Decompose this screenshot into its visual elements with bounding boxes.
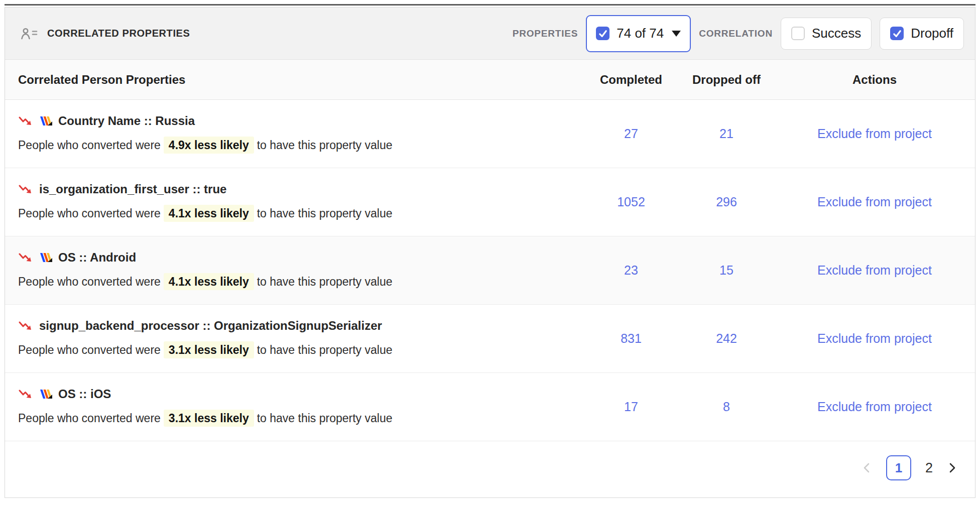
- col-header-completed: Completed: [583, 73, 679, 87]
- select-all-checkbox: [596, 27, 609, 40]
- completed-count[interactable]: 831: [583, 331, 679, 346]
- property-cell: Country Name :: Russia People who conver…: [5, 100, 583, 168]
- actions-cell: Exclude from project: [774, 331, 975, 346]
- actions-cell: Exclude from project: [774, 400, 975, 414]
- exclude-from-project-link[interactable]: Exclude from project: [774, 195, 975, 209]
- table-row: OS :: iOS People who converted were3.1x …: [5, 373, 975, 441]
- top-divider: [5, 4, 975, 6]
- description-prefix: People who converted were: [18, 207, 161, 220]
- description-suffix: to have this property value: [257, 412, 393, 425]
- correlation-label: CORRELATION: [699, 28, 773, 39]
- card-title: CORRELATED PROPERTIES: [47, 28, 190, 39]
- posthog-logo-icon: [39, 389, 53, 400]
- multiplier-highlight: 4.1x less likely: [164, 205, 254, 222]
- card-toolbar: CORRELATED PROPERTIES PROPERTIES 74 of 7…: [5, 8, 975, 60]
- properties-label: PROPERTIES: [513, 28, 578, 39]
- table-row: is_organization_first_user :: true Peopl…: [5, 168, 975, 236]
- table-header-row: Correlated Person Properties Completed D…: [5, 60, 975, 100]
- actions-cell: Exclude from project: [774, 195, 975, 209]
- property-name: OS :: iOS: [58, 387, 111, 401]
- property-name: Country Name :: Russia: [58, 114, 195, 128]
- trend-down-icon: [18, 320, 34, 332]
- toolbar-controls: PROPERTIES 74 of 74 CORRELATION Success: [513, 15, 964, 52]
- trend-down-icon: [18, 184, 34, 195]
- caret-down-icon: [672, 31, 681, 37]
- filter-dropoff-toggle[interactable]: Dropoff: [880, 18, 964, 50]
- property-cell: OS :: iOS People who converted were3.1x …: [5, 373, 583, 441]
- table-row: signup_backend_processor :: Organization…: [5, 305, 975, 373]
- property-description: People who converted were3.1x less likel…: [18, 341, 573, 358]
- pagination: 1 2: [5, 441, 975, 497]
- exclude-from-project-link[interactable]: Exclude from project: [774, 331, 975, 346]
- properties-count-value: 74 of 74: [617, 26, 664, 41]
- description-suffix: to have this property value: [257, 343, 393, 356]
- dropped-count[interactable]: 242: [679, 331, 774, 346]
- dropoff-checkbox: [890, 27, 904, 40]
- multiplier-highlight: 3.1x less likely: [164, 341, 254, 358]
- property-name: signup_backend_processor :: Organization…: [39, 319, 382, 333]
- description-prefix: People who converted were: [18, 139, 161, 152]
- correlated-properties-card: CORRELATED PROPERTIES PROPERTIES 74 of 7…: [5, 7, 975, 498]
- exclude-from-project-link[interactable]: Exclude from project: [774, 127, 975, 141]
- trend-down-icon: [18, 389, 34, 400]
- page-next-button[interactable]: [947, 461, 958, 474]
- description-prefix: People who converted were: [18, 275, 161, 288]
- completed-count[interactable]: 17: [583, 400, 679, 414]
- completed-count[interactable]: 1052: [583, 195, 679, 209]
- description-suffix: to have this property value: [257, 275, 393, 288]
- description-prefix: People who converted were: [18, 343, 161, 356]
- col-header-actions: Actions: [774, 73, 975, 87]
- property-name: is_organization_first_user :: true: [39, 182, 226, 196]
- property-description: People who converted were3.1x less likel…: [18, 410, 573, 427]
- dropped-count[interactable]: 21: [679, 127, 774, 141]
- col-header-property: Correlated Person Properties: [5, 73, 583, 87]
- description-suffix: to have this property value: [257, 139, 393, 152]
- page-prev-button[interactable]: [861, 461, 872, 474]
- dropoff-toggle-label: Dropoff: [911, 26, 953, 41]
- property-name: OS :: Android: [58, 250, 136, 265]
- success-checkbox: [791, 27, 805, 40]
- multiplier-highlight: 3.1x less likely: [164, 410, 254, 427]
- col-header-dropped: Dropped off: [679, 73, 774, 87]
- dropped-count[interactable]: 8: [679, 400, 774, 414]
- property-cell: signup_backend_processor :: Organization…: [5, 305, 583, 372]
- actions-cell: Exclude from project: [774, 127, 975, 141]
- page-button-2[interactable]: 2: [925, 460, 933, 476]
- actions-cell: Exclude from project: [774, 263, 975, 278]
- completed-count[interactable]: 23: [583, 263, 679, 278]
- correlation-analysis-panel: CORRELATED PROPERTIES PROPERTIES 74 of 7…: [0, 0, 980, 505]
- page-button-1[interactable]: 1: [886, 455, 911, 480]
- properties-count-dropdown[interactable]: 74 of 74: [586, 15, 691, 52]
- description-prefix: People who converted were: [18, 412, 161, 425]
- filter-success-toggle[interactable]: Success: [781, 18, 872, 50]
- dropped-count[interactable]: 15: [679, 263, 774, 278]
- property-cell: OS :: Android People who converted were4…: [5, 236, 583, 304]
- dropped-count[interactable]: 296: [679, 195, 774, 209]
- completed-count[interactable]: 27: [583, 127, 679, 141]
- trend-down-icon: [18, 115, 34, 127]
- person-properties-icon: [20, 27, 40, 41]
- exclude-from-project-link[interactable]: Exclude from project: [774, 263, 975, 278]
- table-row: Country Name :: Russia People who conver…: [5, 100, 975, 168]
- table-body: Country Name :: Russia People who conver…: [5, 100, 975, 441]
- trend-down-icon: [18, 252, 34, 264]
- multiplier-highlight: 4.9x less likely: [164, 137, 254, 154]
- description-suffix: to have this property value: [257, 207, 393, 220]
- success-toggle-label: Success: [812, 26, 861, 41]
- property-description: People who converted were4.1x less likel…: [18, 205, 573, 222]
- exclude-from-project-link[interactable]: Exclude from project: [774, 400, 975, 414]
- table-row: OS :: Android People who converted were4…: [5, 236, 975, 305]
- property-description: People who converted were4.1x less likel…: [18, 273, 573, 290]
- card-title-group: CORRELATED PROPERTIES: [20, 27, 190, 41]
- property-description: People who converted were4.9x less likel…: [18, 137, 573, 154]
- posthog-logo-icon: [39, 116, 53, 127]
- posthog-logo-icon: [39, 252, 53, 263]
- property-cell: is_organization_first_user :: true Peopl…: [5, 168, 583, 236]
- multiplier-highlight: 4.1x less likely: [164, 273, 254, 290]
